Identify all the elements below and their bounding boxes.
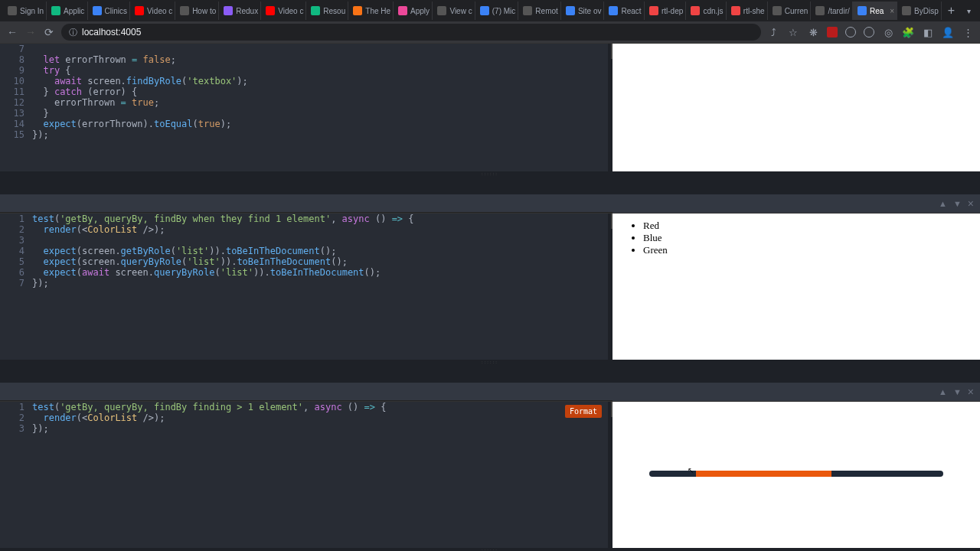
tab-title: How to	[192, 7, 216, 15]
browser-tab[interactable]: (7) Mic	[475, 2, 519, 20]
code-line: 1test('getBy, queryBy, findBy finding > …	[0, 402, 608, 412]
browser-tab[interactable]: Site ov	[561, 2, 605, 20]
close-button[interactable]: ×	[968, 197, 974, 210]
line-number: 6	[0, 267, 32, 278]
move-down-button[interactable]: ▼	[953, 199, 962, 208]
browser-tab[interactable]: The He	[348, 2, 394, 20]
line-content: errorThrown = true;	[32, 97, 608, 108]
browser-tab[interactable]: rtl-dep	[645, 2, 687, 20]
move-up-button[interactable]: ▲	[939, 387, 947, 396]
favicon-icon	[353, 6, 362, 15]
code-editor[interactable]: 1test('getBy, queryBy, findBy finding > …	[0, 402, 608, 548]
progress-bar: ↖	[649, 471, 943, 477]
url-text: localhost:4005	[82, 27, 753, 37]
favicon-icon	[180, 6, 189, 15]
address-bar[interactable]: ⓘ localhost:4005	[61, 24, 761, 41]
code-editor[interactable]: 1test('getBy, queryBy, findBy when they …	[0, 214, 608, 360]
move-down-button[interactable]: ▼	[953, 387, 962, 396]
line-number: 4	[0, 246, 32, 256]
favicon-icon	[858, 6, 867, 15]
menu-icon[interactable]: ⋮	[962, 26, 974, 38]
line-content	[32, 235, 608, 246]
list-item: Blue	[643, 232, 968, 244]
browser-tab[interactable]: Video c	[130, 2, 175, 20]
new-tab-button[interactable]: +	[942, 4, 961, 18]
tab-title: Apply	[410, 7, 430, 15]
browser-tab[interactable]: ByDisp	[897, 2, 942, 20]
favicon-icon	[8, 6, 17, 15]
line-number: 11	[0, 86, 32, 97]
close-icon[interactable]: ×	[890, 7, 894, 15]
format-button[interactable]: Format	[565, 405, 602, 418]
favicon-icon	[731, 6, 740, 15]
browser-tab[interactable]: Curren	[768, 2, 812, 20]
code-line: 3});	[0, 423, 608, 434]
browser-tab[interactable]: Applic	[47, 2, 87, 20]
browser-tab[interactable]: /tardir/	[811, 2, 853, 20]
browser-tab[interactable]: rtl-she	[727, 2, 768, 20]
browser-tab[interactable]: Apply	[394, 2, 433, 20]
horizontal-resize-handle[interactable]: ::::::	[0, 548, 980, 551]
line-content: expect(screen.getByRole('list')).toBeInT…	[32, 246, 608, 256]
line-content: expect(errorThrown).toEqual(true);	[32, 119, 608, 129]
share-icon[interactable]: ⤴	[767, 26, 779, 38]
browser-tab[interactable]: View c	[433, 2, 475, 20]
browser-tab[interactable]: React	[604, 2, 644, 20]
favicon-icon	[566, 6, 575, 15]
line-number: 9	[0, 65, 32, 76]
bookmark-icon[interactable]: ☆	[787, 26, 799, 38]
line-number: 13	[0, 108, 32, 119]
move-up-button[interactable]: ▲	[939, 199, 947, 208]
progress-fill	[696, 471, 831, 477]
tab-dropdown-button[interactable]: ▾	[961, 7, 977, 15]
tab-title: (7) Mic	[492, 7, 516, 15]
output-toolbar: ▲▼×	[612, 383, 980, 401]
tab-title: cdn.js	[703, 7, 723, 15]
site-info-icon[interactable]: ⓘ	[69, 27, 77, 38]
browser-tab[interactable]: Resou	[306, 2, 348, 20]
output-list: RedBlueGreen	[625, 220, 968, 256]
line-number: 8	[0, 54, 32, 65]
profile-icon[interactable]: 👤	[942, 26, 954, 38]
list-item: Green	[643, 244, 968, 256]
browser-tab[interactable]: Rea×	[853, 2, 897, 20]
tab-title: Sign In	[20, 7, 44, 15]
reload-button[interactable]: ⟳	[43, 26, 55, 38]
browser-tab[interactable]: Video c	[261, 2, 306, 20]
tab-title: Remot	[535, 7, 557, 15]
line-number: 3	[0, 423, 32, 434]
code-editor[interactable]: 78 let errorThrown = false;9 try {10 awa…	[0, 44, 608, 171]
line-number: 1	[0, 402, 32, 412]
favicon-icon	[773, 6, 782, 15]
browser-tab[interactable]: Remot	[518, 2, 561, 20]
sidepanel-icon[interactable]: ◧	[922, 26, 934, 38]
toolbar-actions: ⤴ ☆ ❋ ◎ 🧩 ◧ 👤 ⋮	[767, 26, 974, 38]
extension-icon[interactable]	[827, 27, 838, 37]
code-line: 4 expect(screen.getByRole('list')).toBeI…	[0, 246, 608, 256]
browser-tab[interactable]: Sign In	[3, 2, 47, 20]
tab-title: The He	[365, 7, 390, 15]
cell-gap	[0, 176, 980, 194]
extensions-icon[interactable]: 🧩	[902, 26, 914, 38]
favicon-icon	[480, 6, 489, 15]
code-line: 1test('getBy, queryBy, findBy when they …	[0, 214, 608, 224]
favicon-icon	[224, 6, 233, 15]
close-button[interactable]: ×	[968, 386, 974, 398]
browser-tab[interactable]: Clinics	[88, 2, 131, 20]
browser-tab[interactable]: cdn.js	[686, 2, 726, 20]
back-button[interactable]: ←	[6, 26, 18, 38]
extension-icon[interactable]: ◎	[882, 26, 894, 38]
extension-icon[interactable]: ❋	[807, 26, 819, 38]
favicon-icon	[609, 6, 618, 15]
notebook-cell: 1test('getBy, queryBy, findBy when they …	[0, 213, 980, 360]
line-content: test('getBy, queryBy, findBy when they f…	[32, 214, 608, 224]
line-content: expect(screen.queryByRole('list')).toBeI…	[32, 256, 608, 267]
line-content: try {	[32, 65, 608, 76]
browser-tab[interactable]: How to	[175, 2, 219, 20]
tab-title: View c	[449, 7, 472, 15]
extension-icon[interactable]	[845, 27, 856, 37]
cell-toolbar	[0, 383, 612, 401]
browser-tab[interactable]: Redux	[219, 2, 261, 20]
extension-icon[interactable]	[864, 27, 874, 37]
line-number: 12	[0, 97, 32, 108]
